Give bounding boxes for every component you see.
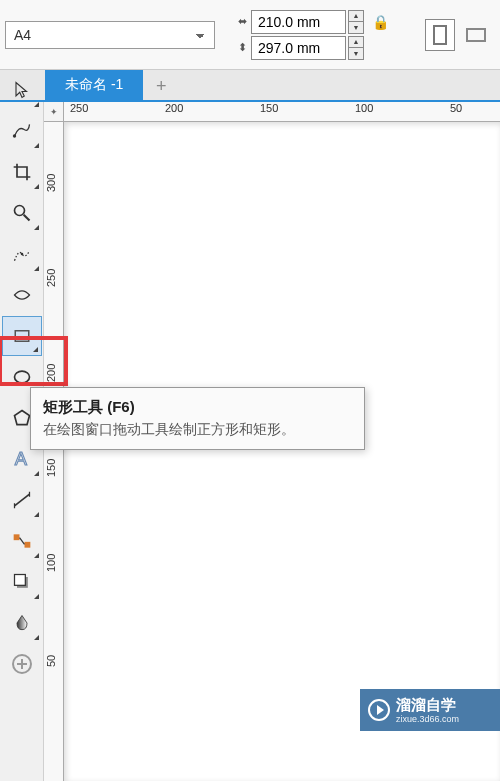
play-icon	[368, 699, 390, 721]
width-spinner[interactable]: ▲ ▼	[348, 10, 364, 34]
connector-tool[interactable]	[2, 521, 42, 561]
svg-rect-10	[24, 542, 30, 548]
landscape-icon	[466, 28, 486, 42]
svg-line-2	[23, 215, 29, 221]
ruler-label: 50	[450, 102, 462, 114]
height-spinner[interactable]: ▲ ▼	[348, 36, 364, 60]
shape-tool[interactable]	[2, 111, 42, 151]
vertical-ruler[interactable]: 300 250 200 150 100 50	[44, 122, 64, 781]
dimension-controls: ⬌ ▲ ▼ 🔒 ⬍ ▲ ▼	[235, 10, 390, 60]
ruler-label: 100	[45, 554, 57, 572]
svg-rect-4	[15, 331, 29, 342]
transparency-tool[interactable]	[2, 603, 42, 643]
svg-marker-6	[14, 411, 29, 425]
horizontal-ruler[interactable]: 250 200 150 100 50	[64, 102, 500, 122]
watermark: 溜溜自学 zixue.3d66.com	[360, 689, 500, 731]
add-tab-button[interactable]: +	[147, 72, 175, 100]
page-size-select[interactable]: A4	[5, 21, 215, 49]
tooltip-description: 在绘图窗口拖动工具绘制正方形和矩形。	[43, 421, 352, 439]
portrait-icon	[433, 25, 447, 45]
ruler-label: 250	[45, 269, 57, 287]
svg-rect-12	[17, 577, 28, 588]
dimension-tool[interactable]	[2, 480, 42, 520]
svg-text:A: A	[14, 448, 27, 469]
ruler-label: 150	[260, 102, 278, 114]
spin-up-icon[interactable]: ▲	[349, 11, 363, 22]
portrait-button[interactable]	[425, 19, 455, 51]
spin-down-icon[interactable]: ▼	[349, 48, 363, 59]
tooltip-title: 矩形工具 (F6)	[43, 398, 352, 417]
tool-tooltip: 矩形工具 (F6) 在绘图窗口拖动工具绘制正方形和矩形。	[30, 387, 365, 450]
property-bar: A4 ⬌ ▲ ▼ 🔒 ⬍ ▲ ▼	[0, 0, 500, 70]
svg-point-1	[14, 206, 24, 216]
orientation-group	[425, 19, 491, 51]
svg-point-14	[13, 655, 31, 673]
ruler-label: 150	[45, 459, 57, 477]
rectangle-tool[interactable]	[2, 316, 42, 356]
height-input[interactable]	[251, 36, 346, 60]
document-tabs: 未命名 -1 +	[0, 70, 500, 102]
crop-tool[interactable]	[2, 152, 42, 192]
ruler-label: 200	[165, 102, 183, 114]
ruler-label: 50	[45, 655, 57, 667]
height-icon: ⬍	[235, 41, 249, 55]
svg-point-3	[20, 253, 23, 256]
ruler-label: 300	[45, 174, 57, 192]
ruler-label: 200	[45, 364, 57, 382]
ruler-label: 250	[70, 102, 88, 114]
artistic-media-tool[interactable]	[2, 275, 42, 315]
svg-line-8	[14, 494, 29, 506]
landscape-button[interactable]	[461, 19, 491, 51]
svg-rect-13	[14, 575, 25, 586]
svg-point-5	[14, 371, 29, 383]
add-tool[interactable]	[2, 644, 42, 684]
drop-shadow-tool[interactable]	[2, 562, 42, 602]
zoom-tool[interactable]	[2, 193, 42, 233]
width-input[interactable]	[251, 10, 346, 34]
svg-point-0	[12, 134, 15, 137]
document-tab-active[interactable]: 未命名 -1	[45, 70, 143, 100]
pick-tool[interactable]	[2, 70, 42, 110]
watermark-url: zixue.3d66.com	[396, 714, 459, 725]
ruler-corner-icon[interactable]: ✦	[44, 102, 64, 122]
watermark-name: 溜溜自学	[396, 696, 459, 714]
ruler-label: 100	[355, 102, 373, 114]
width-icon: ⬌	[235, 15, 249, 29]
drawing-canvas[interactable]	[64, 122, 500, 781]
lock-icon[interactable]: 🔒	[370, 14, 390, 30]
spin-down-icon[interactable]: ▼	[349, 22, 363, 33]
svg-rect-9	[13, 534, 19, 540]
svg-line-11	[19, 538, 24, 545]
freehand-tool[interactable]	[2, 234, 42, 274]
spin-up-icon[interactable]: ▲	[349, 37, 363, 48]
